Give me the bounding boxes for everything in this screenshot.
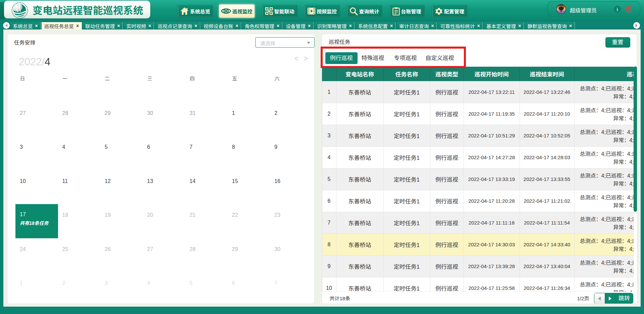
svg-text:i: i bbox=[617, 7, 618, 12]
